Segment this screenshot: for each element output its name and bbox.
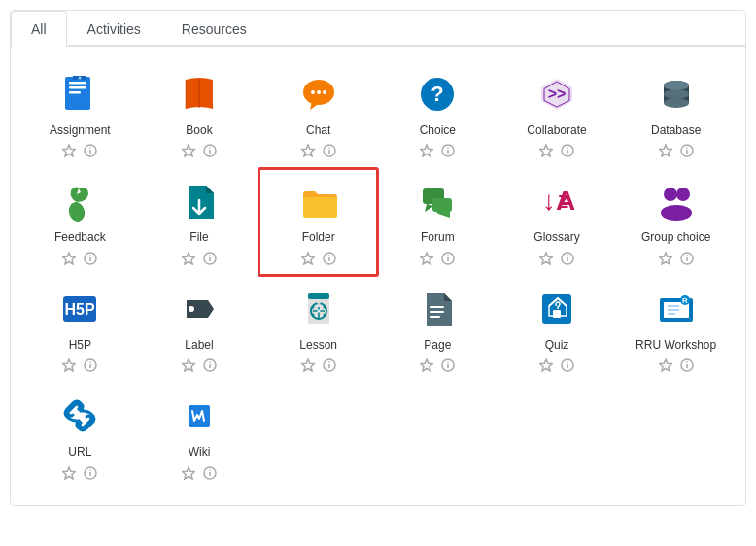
svg-marker-80	[63, 359, 76, 371]
wiki-star[interactable]	[181, 465, 196, 481]
file-star[interactable]	[181, 251, 196, 266]
h5p-star[interactable]	[61, 358, 77, 373]
svg-point-73	[661, 205, 692, 221]
item-quiz[interactable]: Quiz	[498, 276, 617, 383]
item-choice[interactable]: ? Choice	[378, 61, 498, 168]
svg-point-43	[686, 148, 688, 150]
rruworkshop-star[interactable]	[658, 358, 673, 373]
wiki-icon	[176, 392, 223, 439]
item-book[interactable]: Book	[140, 61, 259, 168]
collaborate-label: Collaborate	[527, 123, 586, 137]
svg-marker-129	[63, 467, 76, 479]
glossary-star[interactable]	[538, 251, 554, 266]
item-database[interactable]: Database	[616, 61, 736, 168]
svg-marker-45	[63, 253, 76, 264]
tab-all[interactable]: All	[11, 11, 67, 47]
forum-star[interactable]	[419, 251, 434, 266]
svg-marker-40	[659, 145, 671, 156]
item-label[interactable]: Label	[140, 276, 259, 383]
svg-point-92	[317, 300, 321, 304]
collaborate-info[interactable]	[560, 143, 575, 158]
svg-point-77	[686, 255, 688, 256]
forum-info[interactable]	[440, 251, 456, 266]
file-info[interactable]	[202, 251, 218, 266]
page-info[interactable]	[440, 358, 456, 373]
label-label: Label	[185, 338, 213, 352]
h5p-label: H5P	[69, 338, 91, 352]
file-icon	[176, 178, 223, 224]
page-star[interactable]	[419, 358, 434, 373]
item-collaborate[interactable]: >> Collaborate	[498, 61, 617, 168]
collaborate-star[interactable]	[538, 143, 554, 158]
h5p-icon: H5P	[56, 286, 103, 332]
svg-point-12	[209, 148, 211, 150]
lesson-info[interactable]	[322, 358, 337, 373]
groupchoice-info[interactable]	[679, 251, 695, 266]
activities-grid: Assignment Book	[11, 47, 745, 505]
book-star[interactable]	[181, 143, 196, 158]
chat-info[interactable]	[322, 143, 337, 158]
glossary-info[interactable]	[560, 251, 575, 266]
label-info[interactable]	[202, 358, 218, 373]
assignment-star[interactable]	[61, 143, 77, 158]
item-url[interactable]: URL	[20, 383, 140, 490]
database-star[interactable]	[658, 143, 673, 158]
item-folder[interactable]: Folder	[258, 168, 378, 275]
lesson-icon	[295, 286, 342, 332]
rruworkshop-actions	[658, 358, 695, 373]
svg-point-99	[323, 313, 326, 316]
assignment-info[interactable]	[83, 143, 98, 158]
item-forum[interactable]: Forum	[378, 168, 498, 275]
database-info[interactable]	[679, 143, 695, 158]
svg-marker-24	[421, 145, 433, 156]
choice-info[interactable]	[440, 143, 456, 158]
item-chat[interactable]: Chat	[258, 61, 378, 168]
svg-marker-9	[182, 145, 194, 156]
wiki-info[interactable]	[202, 465, 218, 481]
svg-point-34	[567, 148, 568, 150]
url-star[interactable]	[61, 465, 77, 481]
folder-info[interactable]	[322, 251, 337, 266]
feedback-actions	[61, 251, 98, 266]
item-rruworkshop[interactable]: R RRU Workshop	[616, 276, 736, 383]
database-icon	[653, 71, 700, 118]
page-icon	[414, 286, 461, 332]
item-h5p[interactable]: H5P H5P	[20, 276, 140, 383]
svg-text:?: ?	[431, 82, 444, 106]
feedback-info[interactable]	[83, 251, 98, 266]
quiz-star[interactable]	[538, 358, 554, 373]
svg-point-52	[209, 255, 211, 256]
item-glossary[interactable]: ↓A Z Glossary	[498, 168, 617, 275]
tab-resources[interactable]: Resources	[161, 11, 267, 47]
svg-text:R: R	[682, 296, 688, 305]
quiz-info[interactable]	[560, 358, 575, 373]
book-info[interactable]	[202, 143, 218, 158]
item-file[interactable]: File	[140, 168, 259, 275]
item-groupchoice[interactable]: Group choice	[616, 168, 736, 275]
rruworkshop-info[interactable]	[679, 358, 695, 373]
svg-rect-112	[553, 310, 561, 318]
folder-star[interactable]	[300, 251, 316, 266]
label-actions	[181, 358, 218, 373]
groupchoice-actions	[658, 251, 695, 266]
choice-star[interactable]	[419, 143, 434, 158]
item-wiki[interactable]: Wiki	[140, 383, 259, 490]
label-star[interactable]	[181, 358, 196, 373]
feedback-star[interactable]	[61, 251, 77, 266]
item-assignment[interactable]: Assignment	[20, 61, 140, 168]
svg-point-27	[448, 148, 450, 150]
item-lesson[interactable]: Lesson	[258, 276, 378, 383]
choice-label: Choice	[420, 123, 456, 137]
svg-point-39	[664, 81, 689, 90]
chat-star[interactable]	[300, 143, 316, 158]
svg-point-16	[317, 90, 321, 94]
tab-activities[interactable]: Activities	[67, 11, 161, 47]
h5p-info[interactable]	[83, 358, 98, 373]
item-page[interactable]: Page	[378, 276, 498, 383]
url-info[interactable]	[83, 465, 98, 481]
groupchoice-star[interactable]	[658, 251, 673, 266]
item-feedback[interactable]: Feedback	[20, 168, 140, 275]
svg-marker-53	[301, 253, 314, 264]
lesson-star[interactable]	[300, 358, 316, 373]
folder-label: Folder	[302, 230, 335, 244]
